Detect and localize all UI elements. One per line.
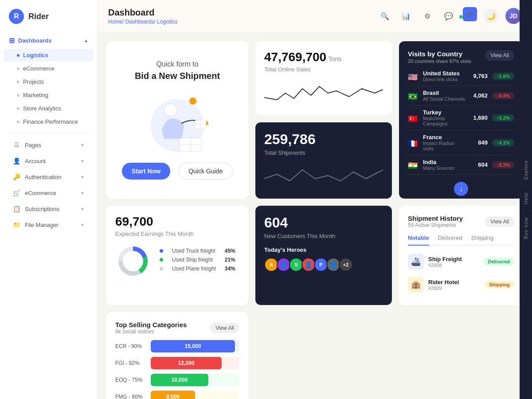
bar-label-eoq: EOQ - 75% bbox=[115, 377, 146, 383]
country-change-in: ↓8.3% bbox=[492, 161, 514, 168]
sidebar-dashboards-section[interactable]: ⊞ Dashboards ▲ bbox=[0, 33, 97, 48]
form-buttons: Start Now Quick Guide bbox=[122, 163, 233, 180]
right-sidebar: Explore Help Buy now bbox=[520, 0, 532, 399]
search-icon[interactable]: 🔍 bbox=[378, 9, 392, 23]
stat-number-sales: 47,769,700 Tons bbox=[264, 50, 383, 64]
shipments-line-chart bbox=[264, 163, 383, 190]
scroll-down-button[interactable]: ↓ bbox=[454, 182, 468, 196]
country-change-br: ↓0.4% bbox=[492, 92, 514, 99]
dot bbox=[17, 107, 20, 110]
sidebar-item-finance-performance[interactable]: Finance Performance bbox=[4, 115, 94, 128]
country-row-tr: 🇹🇷 Turkey Mailchimp Campaigns 1,680 ↑0.2… bbox=[408, 106, 514, 130]
header: Dashboard Home/ Dashboards/ Logistics 🔍 … bbox=[98, 0, 532, 32]
settings-icon[interactable]: ⚙ bbox=[420, 9, 434, 23]
ecommerce-icon: 🛒 bbox=[12, 189, 20, 197]
ship-id-2: #2809 bbox=[428, 286, 480, 291]
countries-subtitle: 20 countries share 97% visits bbox=[408, 59, 471, 64]
sidebar-logo[interactable]: R Rider bbox=[0, 9, 97, 33]
sidebar-item-ecommerce[interactable]: eCommerce bbox=[4, 62, 94, 75]
header-left: Dashboard Home/ Dashboards/ Logistics bbox=[108, 8, 178, 25]
sidebar-item-projects[interactable]: Projects bbox=[4, 75, 94, 88]
illustration bbox=[137, 90, 217, 152]
donut-chart bbox=[115, 243, 151, 279]
header-icons: 🔍 📊 ⚙ 💬 ⊞ 🌙 JD bbox=[378, 7, 521, 25]
country-visits-tr: 1,680 bbox=[470, 114, 488, 121]
categories-view-all-button[interactable]: View All bbox=[210, 323, 239, 333]
sidebar-item-marketing[interactable]: Marketing bbox=[4, 89, 94, 102]
dark-mode-toggle[interactable]: 🌙 bbox=[484, 9, 498, 23]
tab-shipping[interactable]: Shipping bbox=[471, 235, 494, 245]
chevron-down-icon: ▼ bbox=[80, 207, 85, 211]
pages-icon: ☰ bbox=[12, 141, 20, 149]
donut-wrapper: Used Truck freight 45% Used Ship freight… bbox=[115, 243, 239, 279]
donut-legend: Used Truck freight 45% Used Ship freight… bbox=[160, 248, 235, 274]
sidebar-item-authentication[interactable]: 🔑 Authentication ▼ bbox=[4, 169, 94, 184]
country-row-br: 🇧🇷 Brasil All Social Channels 4,062 ↓0.4… bbox=[408, 86, 514, 106]
sidebar-item-pages[interactable]: ☰ Pages ▼ bbox=[4, 137, 94, 153]
quick-form-title: Quick form to bbox=[156, 60, 198, 68]
country-name-us: United States bbox=[423, 70, 466, 77]
sidebar-item-account[interactable]: 👤 Account ▼ bbox=[4, 153, 94, 168]
chat-icon[interactable]: 💬 bbox=[442, 9, 456, 23]
heroes-avatars: A 👤 S 👤 P 👤 +2 bbox=[264, 258, 383, 272]
country-visits-in: 604 bbox=[470, 161, 488, 168]
customers-label: New Customers This Month bbox=[264, 233, 383, 239]
main-content: Dashboard Home/ Dashboards/ Logistics 🔍 … bbox=[98, 0, 532, 399]
flag-us: 🇺🇸 bbox=[408, 72, 419, 80]
quick-guide-button[interactable]: Quick Guide bbox=[178, 163, 233, 180]
help-label[interactable]: Help bbox=[521, 186, 530, 211]
shipment-view-all-button[interactable]: View All bbox=[485, 216, 514, 227]
plane-pct: 34% bbox=[225, 266, 235, 272]
tab-delivered[interactable]: Delivered bbox=[438, 235, 462, 245]
chevron-down-icon: ▼ bbox=[80, 191, 85, 196]
bar-track-ecr: 15,000 bbox=[151, 340, 239, 352]
subscriptions-icon: 📋 bbox=[12, 205, 20, 213]
sidebar: R Rider ⊞ Dashboards ▲ Logistics eCommer… bbox=[0, 0, 98, 399]
hotel-icon: 🏨 bbox=[408, 277, 424, 293]
chevron-down-icon: ▼ bbox=[80, 159, 85, 164]
user-avatar[interactable]: JD bbox=[505, 8, 521, 24]
auth-icon: 🔑 bbox=[12, 173, 20, 181]
account-icon: 👤 bbox=[12, 157, 20, 165]
visits-by-country-card: Visits by Country 20 countries share 97%… bbox=[399, 41, 523, 199]
earnings-label: Expected Earnings This Month bbox=[115, 231, 239, 237]
plane-dot bbox=[160, 267, 163, 270]
legend-truck: Used Truck freight 45% bbox=[160, 248, 235, 254]
shipment-subtitle: 59 Active Shipments bbox=[408, 222, 463, 228]
country-source-br: All Social Channels bbox=[423, 96, 466, 102]
apps-icon[interactable]: ⊞ bbox=[463, 7, 477, 21]
plane-label: Used Plane freight bbox=[172, 266, 216, 272]
country-name-br: Brasil bbox=[423, 90, 466, 96]
ship-pct: 21% bbox=[225, 257, 235, 263]
chart-icon[interactable]: 📊 bbox=[399, 9, 413, 23]
ship-status-1: Delivered bbox=[483, 258, 514, 266]
countries-view-all-button[interactable]: View All bbox=[485, 50, 514, 61]
heroes-label: Today's Heroes bbox=[264, 246, 383, 253]
country-info-tr: Turkey Mailchimp Campaigns bbox=[423, 109, 466, 126]
country-change-tr: ↑0.2% bbox=[492, 114, 514, 121]
sidebar-item-file-manager[interactable]: 📁 File Manager ▼ bbox=[4, 217, 94, 232]
shipment-history-header: Shipment History 59 Active Shipments Vie… bbox=[408, 215, 514, 228]
sidebar-item-store-analytics[interactable]: Store Analytics bbox=[4, 102, 94, 115]
categories-title: Top Selling Categories bbox=[115, 321, 187, 329]
start-now-button[interactable]: Start Now bbox=[122, 163, 170, 180]
explore-label[interactable]: Explore bbox=[521, 154, 530, 186]
sidebar-item-subscriptions[interactable]: 📋 Subscriptions ▼ bbox=[4, 201, 94, 216]
buy-now-label[interactable]: Buy now bbox=[521, 211, 530, 245]
shipment-item-2: 🏨 Rider Hotel #2809 Shipping bbox=[408, 273, 514, 296]
countries-title: Visits by Country bbox=[408, 50, 471, 58]
earnings-card: 69,700 Expected Earnings This Month Us bbox=[106, 206, 248, 305]
ship-name-2: Rider Hotel bbox=[428, 279, 480, 286]
sidebar-item-logistics[interactable]: Logistics bbox=[4, 49, 94, 62]
country-row-in: 🇮🇳 India Many Sources 604 ↓8.3% bbox=[408, 155, 514, 175]
bar-track-fgi: 12,000 bbox=[151, 357, 239, 369]
ship-freight-icon: 🚢 bbox=[408, 254, 424, 270]
shipment-history-card: Shipment History 59 Active Shipments Vie… bbox=[399, 206, 523, 305]
tab-notable[interactable]: Notable bbox=[408, 235, 429, 246]
flag-tr: 🇹🇷 bbox=[408, 114, 419, 122]
divider bbox=[9, 133, 88, 133]
shipments-label: Total Shipments bbox=[264, 149, 316, 156]
sidebar-item-ecommerce-main[interactable]: 🛒 eCommerce ▼ bbox=[4, 185, 94, 200]
categories-header: Top Selling Categories 8k social visitor… bbox=[115, 321, 239, 335]
shipments-number: 259,786 bbox=[264, 131, 316, 148]
